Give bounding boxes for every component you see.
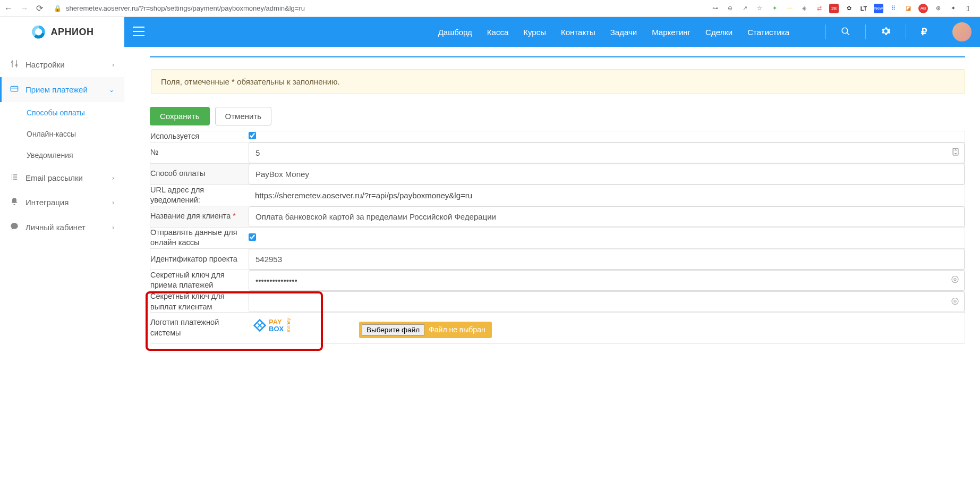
- cancel-button[interactable]: Отменить: [215, 107, 272, 125]
- sidebar-item-payments[interactable]: Прием платежей ⌄: [0, 77, 124, 102]
- url-bar[interactable]: 🔒 sheremetev.aoserver.ru/?r=shop/setting…: [49, 4, 704, 12]
- url-text: sheremetev.aoserver.ru/?r=shop/settings/…: [66, 4, 305, 12]
- label-client-name: Название для клиента *: [150, 206, 249, 228]
- sidebar-sub-online-kassa[interactable]: Онлайн-кассы: [0, 123, 124, 145]
- nav-deals[interactable]: Сделки: [705, 28, 732, 37]
- forward-icon[interactable]: →: [20, 4, 29, 13]
- logo-icon: [31, 24, 47, 40]
- client-name-input[interactable]: [249, 206, 965, 227]
- sidebar-item-email[interactable]: Email рассылки ›: [0, 166, 124, 190]
- label-method: Способ оплаты: [150, 164, 249, 185]
- ext-icon-7[interactable]: New: [874, 4, 883, 13]
- divider: [906, 24, 906, 39]
- topbar: Дашборд Касса Курсы Контакты Задачи Марк…: [124, 17, 980, 47]
- share-icon[interactable]: ↗: [740, 4, 749, 13]
- method-input[interactable]: [249, 164, 965, 184]
- choose-file-button[interactable]: Выберите файл: [362, 324, 424, 335]
- gear-icon[interactable]: [881, 26, 891, 38]
- calendar-icon[interactable]: 28: [829, 4, 839, 13]
- ext-icon-1[interactable]: 〰: [785, 4, 794, 13]
- sidebar-sub-notifications[interactable]: Уведомления: [0, 145, 124, 166]
- ext-icon-2[interactable]: ◈: [799, 4, 809, 13]
- apps-icon[interactable]: ⠿: [889, 4, 898, 13]
- bell-icon: [10, 197, 19, 207]
- svg-point-20: [954, 300, 956, 302]
- nav-courses[interactable]: Курсы: [523, 28, 546, 37]
- browser-nav: ← → ⟳: [4, 3, 43, 13]
- sidebar-item-cabinet[interactable]: Личный кабинет ›: [0, 215, 124, 240]
- url-value: https://sheremetev.aoserver.ru/?r=api/ps…: [249, 185, 965, 206]
- puzzle-icon[interactable]: ✦: [948, 4, 958, 13]
- adblock-icon[interactable]: AB: [918, 4, 928, 13]
- svg-point-19: [952, 298, 958, 304]
- project-id-input[interactable]: [249, 249, 965, 270]
- key-icon[interactable]: ⊶: [710, 4, 720, 13]
- avatar[interactable]: [952, 22, 972, 41]
- nav-icons: ₽: [823, 24, 927, 39]
- sidebar-item-label: Прием платежей: [25, 85, 88, 94]
- sidebar-item-label: Настройки: [25, 60, 65, 69]
- sidebar-item-settings[interactable]: Настройки ›: [0, 52, 124, 77]
- browser-extensions: ⊶ ⊖ ↗ ☆ ✶ 〰 ◈ ⇄ 28 ✿ LT New ⠿ ◪ AB ⊛ ✦ ▯: [710, 4, 976, 13]
- label-secret-out: Секретный ключ для выплат клиентам: [150, 291, 249, 313]
- number-input[interactable]: [249, 142, 965, 163]
- list-icon: [10, 173, 19, 182]
- chevron-right-icon: ›: [112, 199, 114, 206]
- menu-toggle-icon[interactable]: [133, 27, 152, 38]
- search-icon[interactable]: [841, 27, 850, 38]
- label-project-id: Идентификатор проекта: [150, 249, 249, 270]
- sliders-icon: [10, 60, 19, 70]
- nav-tasks[interactable]: Задачи: [610, 28, 637, 37]
- ruble-icon[interactable]: ₽: [921, 26, 927, 38]
- label-used: Используется: [150, 131, 249, 142]
- sidebar-sub-payment-methods[interactable]: Способы оплаты: [0, 102, 124, 123]
- reload-icon[interactable]: ⟳: [36, 3, 43, 13]
- chevron-right-icon: ›: [112, 61, 114, 69]
- secret-out-input[interactable]: [249, 291, 965, 312]
- nav-marketing[interactable]: Маркетинг: [652, 28, 691, 37]
- chevron-down-icon: ⌄: [109, 86, 114, 94]
- divider: [825, 24, 826, 39]
- ext-icon-8[interactable]: ◪: [904, 4, 913, 13]
- nav-kassa[interactable]: Касса: [487, 28, 508, 37]
- send-kassa-checkbox[interactable]: [249, 233, 256, 241]
- file-status: Файл не выбран: [429, 325, 485, 334]
- form-actions: Сохранить Отменить: [150, 107, 965, 125]
- svg-line-1: [847, 32, 849, 35]
- label-logo: Логотип платежной системы: [150, 313, 249, 343]
- logo[interactable]: АРНИОН: [0, 17, 124, 47]
- sort-icon[interactable]: [952, 148, 959, 158]
- sidebar: Настройки › Прием платежей ⌄ Способы опл…: [0, 47, 124, 504]
- sidebar-item-integration[interactable]: Интеграция ›: [0, 190, 124, 215]
- secret-in-input[interactable]: [249, 270, 965, 291]
- ext-icon-6[interactable]: LT: [859, 4, 868, 13]
- nav-stats[interactable]: Статистика: [747, 28, 789, 37]
- chevron-right-icon: ›: [112, 224, 114, 231]
- app-header: АРНИОН Дашборд Касса Курсы Контакты Зада…: [0, 17, 980, 47]
- ext-icon-3[interactable]: ⇄: [814, 4, 824, 13]
- reveal-icon[interactable]: [951, 275, 959, 285]
- window-icon[interactable]: ▯: [963, 4, 973, 13]
- sidebar-item-label: Личный кабинет: [25, 223, 86, 232]
- lock-icon: 🔒: [54, 5, 62, 12]
- content: Поля, отмеченные * обязательны к заполне…: [124, 47, 980, 504]
- label-secret-in: Секретный ключ для приема платежей: [150, 270, 249, 291]
- used-checkbox[interactable]: [249, 132, 256, 139]
- settings-form: Используется № Способ оплаты: [150, 131, 965, 344]
- ext-icon-9[interactable]: ⊛: [933, 4, 943, 13]
- nav-dashboard[interactable]: Дашборд: [438, 28, 472, 37]
- reveal-icon[interactable]: [951, 297, 959, 307]
- chat-icon: [10, 222, 19, 232]
- required-fields-alert: Поля, отмеченные * обязательны к заполне…: [151, 69, 965, 94]
- logo-text: АРНИОН: [51, 27, 94, 38]
- ext-icon-5[interactable]: ✿: [844, 4, 854, 13]
- chevron-right-icon: ›: [112, 174, 114, 182]
- save-button[interactable]: Сохранить: [150, 107, 210, 125]
- sidebar-item-label: Интеграция: [25, 198, 69, 207]
- svg-point-17: [952, 276, 958, 283]
- back-icon[interactable]: ←: [4, 4, 13, 13]
- zoom-icon[interactable]: ⊖: [725, 4, 735, 13]
- nav-contacts[interactable]: Контакты: [561, 28, 595, 37]
- evernote-icon[interactable]: ✶: [770, 4, 779, 13]
- star-icon[interactable]: ☆: [755, 4, 764, 13]
